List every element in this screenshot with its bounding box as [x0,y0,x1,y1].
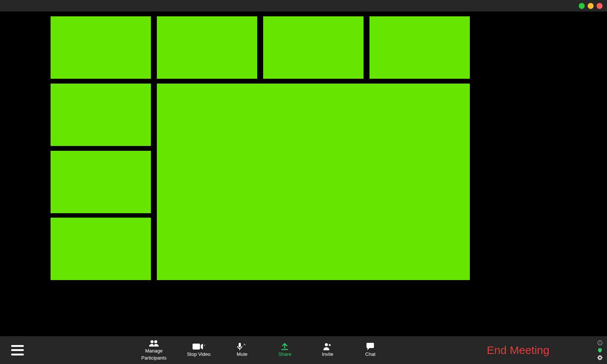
menu-icon[interactable] [11,345,24,355]
invite-label: Invite [322,352,333,357]
video-tile[interactable] [51,16,151,79]
invite-button[interactable]: Invite [316,343,339,357]
svg-point-1 [154,340,157,343]
stop-video-button[interactable]: ^ Stop Video [187,343,210,357]
speech-bubble-icon [366,343,375,350]
video-tile-main[interactable] [157,84,470,280]
video-tile[interactable] [51,84,151,146]
microphone-icon: ^ [237,343,247,350]
svg-rect-2 [193,344,200,350]
people-icon [149,339,159,347]
manage-participants-button[interactable]: Manage Participants [141,339,167,361]
video-grid [51,16,470,280]
camera-icon: ^ [193,343,205,350]
svg-point-7 [325,343,328,346]
svg-rect-5 [239,348,240,350]
info-icon[interactable] [597,340,603,345]
manage-participants-label: Manage [145,348,162,354]
side-icon-stack [597,340,603,360]
gear-icon[interactable] [597,355,603,360]
stop-video-label: Stop Video [187,352,210,357]
chat-button[interactable]: Chat [359,343,381,357]
window-minimize-button[interactable] [579,3,585,9]
window-maximize-button[interactable] [588,3,594,9]
share-button[interactable]: Share [274,343,296,357]
svg-text:^: ^ [243,343,246,348]
svg-text:^: ^ [204,344,205,349]
bottom-toolbar: Manage Participants ^ Stop Video ^ [0,336,607,364]
video-tile[interactable] [51,218,151,280]
video-tile[interactable] [263,16,364,79]
window-close-button[interactable] [597,3,603,9]
share-label: Share [278,352,291,357]
svg-point-0 [151,340,154,343]
svg-rect-4 [239,343,241,347]
add-user-icon [323,343,332,350]
shield-icon[interactable] [597,348,603,353]
chat-label: Chat [365,352,375,357]
end-meeting-button[interactable]: End Meeting [487,344,549,357]
title-bar [0,0,607,12]
video-tile[interactable] [51,151,151,213]
upload-arrow-icon [281,343,288,350]
mute-label: Mute [237,352,248,357]
video-tile[interactable] [157,16,257,79]
video-tile[interactable] [369,16,470,79]
manage-participants-sublabel: Participants [141,355,167,361]
toolbar-controls: Manage Participants ^ Stop Video ^ [141,336,381,364]
mute-button[interactable]: ^ Mute [231,343,253,357]
